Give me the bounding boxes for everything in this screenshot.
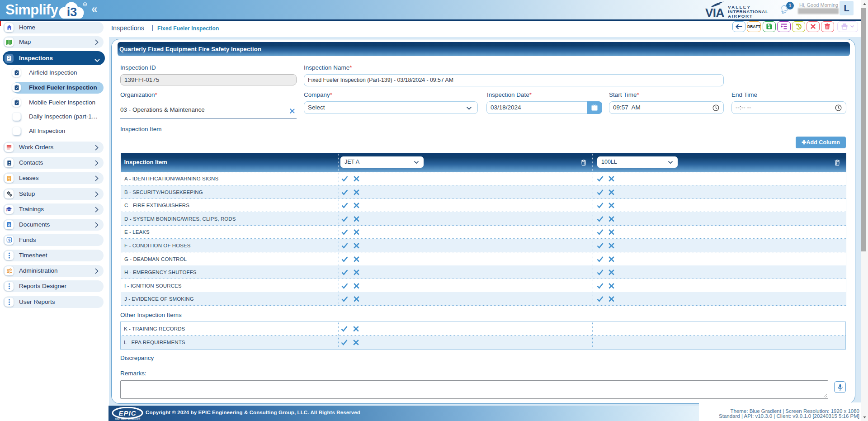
svg-text:i3: i3 <box>67 5 77 19</box>
svg-text:VIA: VIA <box>705 6 725 18</box>
svg-text:R: R <box>84 3 86 6</box>
svg-text:EPIC: EPIC <box>118 409 136 417</box>
svg-text:$: $ <box>8 238 10 242</box>
svg-text:AIRPORT: AIRPORT <box>728 14 753 18</box>
svg-text:Your Work, Simplified®: Your Work, Simplified® <box>115 417 140 420</box>
